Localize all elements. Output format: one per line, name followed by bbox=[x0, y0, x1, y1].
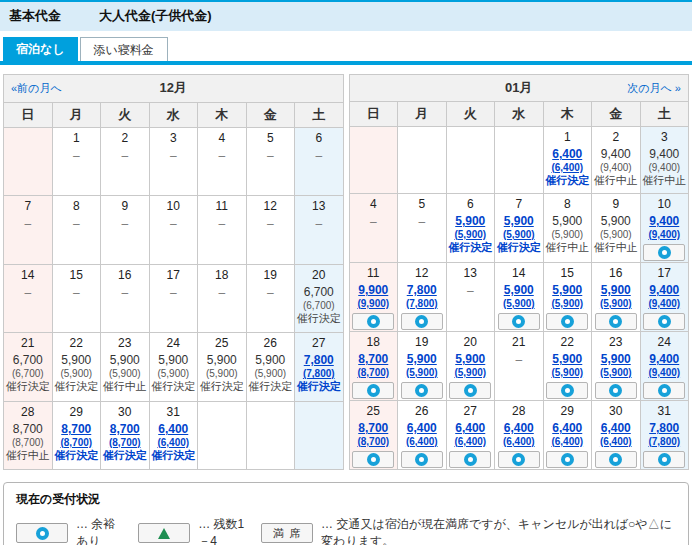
price-adult-link[interactable]: 5,900 bbox=[447, 352, 495, 366]
price-child-link[interactable]: (7,800) bbox=[641, 435, 689, 448]
price-adult-link[interactable]: 6,400 bbox=[150, 422, 198, 436]
price-adult-link[interactable]: 6,400 bbox=[544, 421, 592, 435]
price-adult-link[interactable]: 7,800 bbox=[295, 353, 343, 367]
price-child-link[interactable]: (6,400) bbox=[447, 435, 495, 448]
price-child-link[interactable]: (5,900) bbox=[398, 366, 446, 379]
availability-button[interactable] bbox=[449, 382, 491, 399]
price-adult-link[interactable]: 5,900 bbox=[495, 214, 543, 228]
price-child-link[interactable]: (5,900) bbox=[495, 297, 543, 310]
tour-status: 催行決定 bbox=[295, 380, 343, 393]
next-month-link[interactable]: 次の月へ » bbox=[627, 81, 681, 96]
price-child-link[interactable]: (6,400) bbox=[495, 435, 543, 448]
price-child-link[interactable]: (8,700) bbox=[350, 366, 398, 379]
calendar-day-cell: 12– bbox=[246, 196, 295, 264]
availability-button[interactable] bbox=[546, 313, 588, 330]
price-child-link[interactable]: (5,900) bbox=[544, 297, 592, 310]
tab-no-accommodation[interactable]: 宿泊なし bbox=[3, 37, 78, 61]
availability-button[interactable] bbox=[401, 313, 443, 330]
price-child-link[interactable]: (7,800) bbox=[295, 367, 343, 380]
price-adult-link[interactable]: 5,900 bbox=[398, 352, 446, 366]
no-setting-dash: – bbox=[101, 217, 149, 231]
day-number: 25 bbox=[198, 336, 246, 350]
calendar-day-cell: 21– bbox=[495, 332, 544, 401]
price-adult-link[interactable]: 9,400 bbox=[641, 352, 689, 366]
price-adult-link[interactable]: 5,900 bbox=[592, 352, 640, 366]
availability-button[interactable] bbox=[401, 382, 443, 399]
weekday-header: 金 bbox=[592, 102, 641, 127]
price-child-link[interactable]: (5,900) bbox=[592, 366, 640, 379]
weekday-header: 木 bbox=[543, 102, 592, 127]
price-adult-link[interactable]: 9,400 bbox=[641, 214, 689, 228]
availability-button[interactable] bbox=[595, 382, 637, 399]
price-adult-link[interactable]: 5,900 bbox=[544, 283, 592, 297]
calendar-day-cell: 145,900(5,900) bbox=[495, 263, 544, 332]
price-adult-link[interactable]: 8,700 bbox=[101, 422, 149, 436]
price-child-link[interactable]: (6,400) bbox=[592, 435, 640, 448]
price-adult-link[interactable]: 7,800 bbox=[641, 421, 689, 435]
day-number: 18 bbox=[350, 335, 398, 349]
availability-button[interactable] bbox=[449, 451, 491, 468]
tab-co-sleeping-fee[interactable]: 添い寝料金 bbox=[80, 37, 168, 61]
weekday-header: 火 bbox=[446, 102, 495, 127]
price-adult-link[interactable]: 6,400 bbox=[398, 421, 446, 435]
legend-box: 現在の受付状況 … 余裕あり… 残数1－4満 席… 交通又は宿泊が現在満席ですが… bbox=[3, 482, 689, 545]
price-adult-link[interactable]: 8,700 bbox=[350, 352, 398, 366]
price-adult-link[interactable]: 6,400 bbox=[592, 421, 640, 435]
price-child-link[interactable]: (8,700) bbox=[101, 436, 149, 449]
no-setting-dash: – bbox=[247, 149, 295, 163]
price-adult-link[interactable]: 6,400 bbox=[495, 421, 543, 435]
price-adult-link[interactable]: 5,900 bbox=[544, 352, 592, 366]
availability-button[interactable] bbox=[643, 244, 685, 261]
availability-button[interactable] bbox=[643, 313, 685, 330]
day-number: 16 bbox=[101, 268, 149, 282]
price-child-link[interactable]: (5,900) bbox=[544, 366, 592, 379]
availability-button[interactable] bbox=[352, 382, 394, 399]
price-child-link[interactable]: (5,900) bbox=[447, 228, 495, 241]
price-child-link[interactable]: (9,900) bbox=[350, 297, 398, 310]
available-circle-icon bbox=[367, 315, 380, 328]
price-child-link[interactable]: (7,800) bbox=[398, 297, 446, 310]
availability-button[interactable] bbox=[595, 451, 637, 468]
price-child: (6,700) bbox=[4, 367, 52, 380]
price-adult-link[interactable]: 6,400 bbox=[544, 147, 592, 161]
calendar-day-cell bbox=[446, 127, 495, 194]
price-adult: 9,400 bbox=[641, 147, 689, 161]
price-child-link[interactable]: (8,700) bbox=[350, 435, 398, 448]
price-adult-link[interactable]: 5,900 bbox=[447, 214, 495, 228]
price-adult-link[interactable]: 6,400 bbox=[447, 421, 495, 435]
price-child-link[interactable]: (6,400) bbox=[398, 435, 446, 448]
price-child-link[interactable]: (5,900) bbox=[495, 228, 543, 241]
price-child-link[interactable]: (5,900) bbox=[592, 297, 640, 310]
availability-button[interactable] bbox=[401, 451, 443, 468]
price-child-link[interactable]: (9,400) bbox=[641, 228, 689, 241]
calendar-day-cell: 4– bbox=[349, 194, 398, 263]
availability-button[interactable] bbox=[498, 451, 540, 468]
price-adult-link[interactable]: 5,900 bbox=[495, 283, 543, 297]
available-circle-icon bbox=[609, 315, 622, 328]
prev-month-link[interactable]: «前の月へ bbox=[11, 81, 62, 96]
availability-button[interactable] bbox=[498, 313, 540, 330]
availability-button[interactable] bbox=[643, 382, 685, 399]
availability-button[interactable] bbox=[643, 451, 685, 468]
price-child-link[interactable]: (5,900) bbox=[447, 366, 495, 379]
availability-button[interactable] bbox=[546, 451, 588, 468]
price-child-link[interactable]: (6,400) bbox=[544, 161, 592, 174]
price-child-link[interactable]: (8,700) bbox=[53, 436, 101, 449]
availability-button[interactable] bbox=[546, 382, 588, 399]
price-child-link[interactable]: (9,400) bbox=[641, 297, 689, 310]
price-adult-link[interactable]: 8,700 bbox=[350, 421, 398, 435]
price-child-link[interactable]: (6,400) bbox=[150, 436, 198, 449]
weekday-header: 水 bbox=[495, 102, 544, 127]
availability-button[interactable] bbox=[352, 313, 394, 330]
day-number: 31 bbox=[641, 404, 689, 418]
availability-button[interactable] bbox=[595, 313, 637, 330]
price-child-link[interactable]: (6,400) bbox=[544, 435, 592, 448]
price-adult-link[interactable]: 9,400 bbox=[641, 283, 689, 297]
price-adult-link[interactable]: 5,900 bbox=[592, 283, 640, 297]
availability-button[interactable] bbox=[352, 451, 394, 468]
calendar-day-cell bbox=[198, 401, 247, 469]
price-child-link[interactable]: (9,400) bbox=[641, 366, 689, 379]
price-adult-link[interactable]: 8,700 bbox=[53, 422, 101, 436]
price-adult-link[interactable]: 7,800 bbox=[398, 283, 446, 297]
price-adult-link[interactable]: 9,900 bbox=[350, 283, 398, 297]
